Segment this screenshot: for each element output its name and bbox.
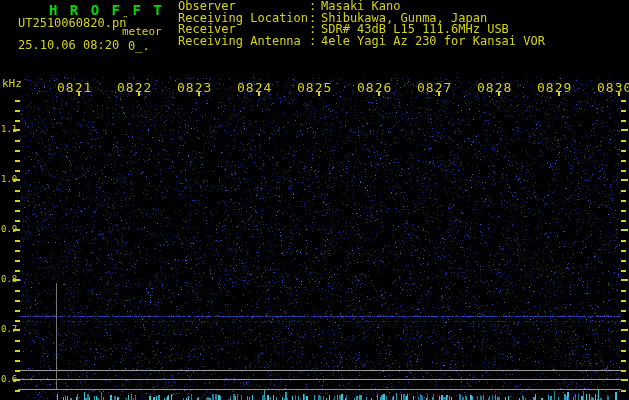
freq-minor-tick-right	[621, 270, 626, 272]
freq-minor-tick-right	[621, 290, 626, 292]
time-axis-label: 0830	[597, 80, 629, 95]
hrofft-screen: H R O F F T UT2510060820.pn ¨ meteor 25.…	[0, 0, 629, 400]
time-axis-tick	[138, 92, 140, 96]
freq-major-tick-left	[13, 229, 20, 231]
freq-minor-tick-right	[621, 320, 626, 322]
freq-minor-tick-left	[15, 340, 20, 342]
freq-minor-tick-right	[621, 140, 626, 142]
freq-minor-tick-right	[621, 210, 626, 212]
time-axis-label: 0821	[57, 80, 92, 95]
freq-minor-tick-right	[621, 250, 626, 252]
freq-minor-tick-left	[15, 140, 20, 142]
freq-minor-tick-left	[15, 160, 20, 162]
time-axis-tick	[498, 92, 500, 96]
freq-minor-tick-left	[15, 190, 20, 192]
freq-minor-tick-left	[15, 390, 20, 392]
freq-minor-tick-left	[15, 310, 20, 312]
freq-minor-tick-left	[15, 290, 20, 292]
time-axis-tick	[318, 92, 320, 96]
freq-minor-tick-right	[621, 120, 626, 122]
time-axis-label: 0822	[117, 80, 152, 95]
freq-major-tick-right	[621, 129, 628, 131]
freq-minor-tick-right	[621, 360, 626, 362]
freq-minor-tick-left	[15, 170, 20, 172]
freq-minor-tick-right	[621, 390, 626, 392]
time-axis-label: 0827	[417, 80, 452, 95]
freq-minor-tick-right	[621, 100, 626, 102]
freq-minor-tick-right	[621, 220, 626, 222]
separator-line-top	[18, 370, 621, 371]
freq-minor-tick-right	[621, 340, 626, 342]
freq-minor-tick-right	[621, 350, 626, 352]
time-axis-label: 0829	[537, 80, 572, 95]
freq-minor-tick-left	[15, 370, 20, 372]
time-axis-tick	[198, 92, 200, 96]
freq-minor-tick-left	[15, 210, 20, 212]
freq-minor-tick-left	[15, 120, 20, 122]
freq-minor-tick-right	[621, 190, 626, 192]
freq-minor-tick-right	[621, 200, 626, 202]
freq-minor-tick-right	[621, 370, 626, 372]
freq-major-tick-left	[13, 179, 20, 181]
freq-minor-tick-right	[621, 300, 626, 302]
freq-minor-tick-left	[15, 300, 20, 302]
time-axis-tick	[618, 92, 620, 96]
freq-minor-tick-right	[621, 310, 626, 312]
time-axis-tick	[78, 92, 80, 96]
time-axis-tick	[378, 92, 380, 96]
time-axis-tick	[258, 92, 260, 96]
separator-line-bottom	[18, 389, 621, 390]
freq-minor-tick-left	[15, 320, 20, 322]
time-axis-label: 0824	[237, 80, 272, 95]
time-axis-label: 0828	[477, 80, 512, 95]
freq-major-tick-left	[13, 329, 20, 331]
freq-major-tick-right	[621, 179, 628, 181]
freq-minor-tick-left	[15, 350, 20, 352]
freq-axis-unit: kHz	[2, 77, 22, 90]
freq-minor-tick-left	[15, 200, 20, 202]
freq-minor-tick-right	[621, 260, 626, 262]
spectrogram-plot: kHz 082108220823082408250826082708280829…	[0, 0, 629, 400]
freq-major-tick-right	[621, 279, 628, 281]
freq-minor-tick-right	[621, 240, 626, 242]
freq-minor-tick-right	[621, 150, 626, 152]
freq-minor-tick-left	[15, 150, 20, 152]
freq-minor-tick-left	[15, 360, 20, 362]
freq-minor-tick-right	[621, 110, 626, 112]
freq-major-tick-right	[621, 329, 628, 331]
freq-minor-tick-left	[15, 220, 20, 222]
freq-minor-tick-left	[15, 260, 20, 262]
time-axis-tick	[438, 92, 440, 96]
freq-minor-tick-left	[15, 270, 20, 272]
freq-major-tick-left	[13, 379, 20, 381]
freq-major-tick-right	[621, 229, 628, 231]
freq-minor-tick-right	[621, 170, 626, 172]
time-axis-tick	[558, 92, 560, 96]
time-axis-label: 0823	[177, 80, 212, 95]
freq-minor-tick-left	[15, 240, 20, 242]
plot-left-border-line	[56, 283, 57, 389]
freq-minor-tick-left	[15, 250, 20, 252]
freq-minor-tick-left	[15, 110, 20, 112]
freq-minor-tick-right	[621, 160, 626, 162]
time-axis-label: 0826	[357, 80, 392, 95]
freq-minor-tick-left	[15, 100, 20, 102]
time-axis-label: 0825	[297, 80, 332, 95]
freq-major-tick-left	[13, 129, 20, 131]
freq-major-tick-left	[13, 279, 20, 281]
separator-line-middle	[18, 379, 621, 380]
freq-major-tick-right	[621, 379, 628, 381]
